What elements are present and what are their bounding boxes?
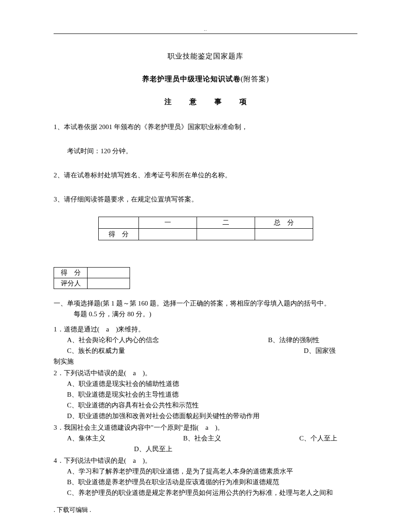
header-dots: .. xyxy=(54,27,357,32)
option-c: C、养老护理员的职业道德是规定养老护理员如何运用公共的行为标准，处理与老人之间和 xyxy=(54,487,357,498)
option-d-tail: 制实施 xyxy=(54,356,357,367)
option-d: D、人民至上 xyxy=(54,444,357,454)
table-cell xyxy=(98,217,138,229)
option-a: A、集体主义 xyxy=(67,433,183,444)
table-cell xyxy=(197,229,255,240)
instruction-3: 3、请仔细阅读答题要求，在规定位置填写答案。 xyxy=(54,193,357,206)
option-d: D、职业道德的加强和改善对社会公德面貌起到关键性的带动作用 xyxy=(54,411,357,421)
option-a: A、社会舆论和个人内心的信念 xyxy=(54,335,268,345)
instruction-2: 2、请在试卷标封处填写姓名、准考证号和所在单位的名称。 xyxy=(54,168,357,182)
section-1-head-text: 一、单项选择题(第 1 题～第 160 题。选择一个正确的答案，将相应的字母填入… xyxy=(54,300,331,307)
table-cell: 总 分 xyxy=(255,217,313,229)
table-cell xyxy=(88,278,130,289)
notice-char: 意 xyxy=(189,98,197,105)
instruction-1: 1、本试卷依据 2001 年颁布的《养老护理员》国家职业标准命制， xyxy=(54,120,357,134)
table-cell xyxy=(88,268,130,278)
question-stem: 2．下列说话中错误的是( a )。 xyxy=(54,368,357,378)
option-d: D、国家强 xyxy=(268,345,357,356)
option-c: C、职业道德的内容具有社会公共性和示范性 xyxy=(54,400,357,411)
option-c: C、族长的权威力量 xyxy=(54,345,268,356)
exam-title-main: 养老护理员中级理论知识试卷 xyxy=(142,75,241,83)
option-c: C、个人至上 xyxy=(299,433,357,444)
table-cell: 一 xyxy=(138,217,197,229)
bank-title: 职业技能鉴定国家题库 xyxy=(54,52,357,61)
question-stem: 3．我国社会主义道德建设内容中"一个原则"是指( a )。 xyxy=(54,422,357,433)
section-score-table: 得 分 评分人 xyxy=(54,267,130,289)
option-b: B、法律的强制性 xyxy=(268,335,357,345)
option-a: A、学习和了解养老护理员的职业道德，是为了提高老人本身的道德素质水平 xyxy=(54,466,357,477)
table-cell xyxy=(255,229,313,240)
exam-title: 养老护理员中级理论知识试卷(附答案) xyxy=(54,75,357,84)
question-2: 2．下列说话中错误的是( a )。 A、职业道德是现实社会的辅助性道德 B、职业… xyxy=(54,368,357,421)
notice-char: 注 xyxy=(164,98,172,105)
section-1-heading: 一、单项选择题(第 1 题～第 160 题。选择一个正确的答案，将相应的字母填入… xyxy=(54,298,357,319)
table-cell: 得 分 xyxy=(54,268,88,278)
notice-char: 事 xyxy=(214,98,222,105)
table-cell: 二 xyxy=(197,217,255,229)
notice-char: 项 xyxy=(239,98,247,105)
top-rule xyxy=(54,34,357,34)
question-3: 3．我国社会主义道德建设内容中"一个原则"是指( a )。 A、集体主义 B、社… xyxy=(54,422,357,454)
table-cell: 得 分 xyxy=(98,229,138,240)
page-footer: . 下载可编辑 . xyxy=(54,506,91,514)
table-cell xyxy=(138,229,197,240)
option-b: B、社会主义 xyxy=(183,433,299,444)
question-stem: 4．下列说法中错误的是( a )。 xyxy=(54,455,357,466)
option-b: B、职业道德是养老护理员在职业活动是应该遵循的行为准则和道德规范 xyxy=(54,477,357,487)
table-cell: 评分人 xyxy=(54,278,88,289)
question-1: 1．道德是通过( a )来维持。 A、社会舆论和个人内心的信念 B、法律的强制性… xyxy=(54,324,357,367)
exam-title-paren: (附答案) xyxy=(241,75,269,83)
instruction-1b: 考试时间：120 分钟。 xyxy=(54,144,357,158)
option-a: A、职业道德是现实社会的辅助性道德 xyxy=(54,378,357,389)
option-b: B、职业道德是现实社会的主导性道德 xyxy=(54,389,357,400)
notice-heading: 注 意 事 项 xyxy=(54,97,357,107)
score-summary-table: 一 二 总 分 得 分 xyxy=(98,217,313,240)
section-1-sub-text: 每题 0.5 分，满分 80 分。) xyxy=(54,310,151,318)
question-4: 4．下列说法中错误的是( a )。 A、学习和了解养老护理员的职业道德，是为了提… xyxy=(54,455,357,498)
question-stem: 1．道德是通过( a )来维持。 xyxy=(54,324,357,335)
